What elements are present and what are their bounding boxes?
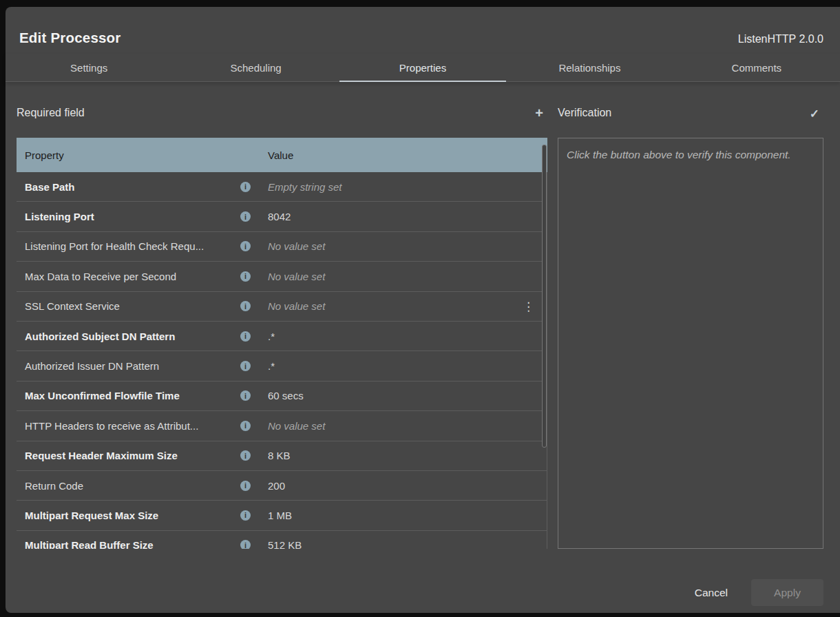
info-icon[interactable]: i [240, 301, 251, 311]
info-icon[interactable]: i [240, 390, 251, 401]
column-header-property[interactable]: Property [17, 149, 260, 161]
property-value[interactable]: 8 KB [260, 450, 547, 461]
property-name: Request Header Maximum Size [17, 450, 240, 461]
info-icon[interactable]: i [240, 331, 251, 342]
property-value[interactable]: Empty string set [260, 181, 547, 193]
info-cell: i [240, 241, 260, 251]
tab-settings[interactable]: Settings [6, 54, 172, 81]
tab-relationships[interactable]: Relationships [506, 54, 673, 81]
property-name: Base Path [17, 181, 240, 193]
info-cell: i [240, 481, 260, 491]
property-value[interactable]: No value set [260, 240, 547, 252]
column-header-value[interactable]: Value [260, 149, 547, 161]
property-value[interactable]: No value set [260, 300, 547, 312]
row-menu-icon[interactable]: ⋮ [523, 300, 534, 312]
property-value[interactable]: .* [260, 360, 547, 372]
table-row[interactable]: Request Header Maximum Sizei8 KB [17, 441, 547, 471]
property-name: Listening Port [17, 211, 240, 222]
info-cell: i [240, 361, 260, 371]
dialog-footer: Cancel Apply [688, 579, 823, 606]
property-name: Multipart Read Buffer Size [17, 539, 240, 549]
info-cell: i [240, 540, 260, 549]
property-value[interactable]: No value set [260, 420, 547, 432]
info-icon[interactable]: i [240, 361, 251, 371]
add-property-button[interactable]: + [531, 106, 547, 120]
info-cell: i [240, 301, 260, 311]
cancel-button[interactable]: Cancel [688, 587, 735, 599]
property-value[interactable]: 512 KB [260, 539, 547, 549]
tab-properties[interactable]: Properties [339, 54, 506, 81]
table-row[interactable]: Listening Porti8042 [17, 202, 547, 231]
tab-bar: SettingsSchedulingPropertiesRelationship… [6, 54, 840, 82]
table-scrollbar[interactable] [542, 145, 547, 448]
property-value[interactable]: 8042 [260, 211, 547, 222]
property-value[interactable]: 200 [260, 480, 547, 492]
property-name: Authorized Subject DN Pattern [17, 331, 240, 342]
info-icon[interactable]: i [240, 182, 251, 192]
property-name: Max Unconfirmed Flowfile Time [17, 390, 240, 401]
verification-label: Verification [558, 107, 611, 119]
table-row[interactable]: Listening Port for Health Check Requ...i… [17, 232, 547, 262]
table-row[interactable]: Authorized Subject DN Patterni.* [17, 322, 547, 351]
table-row[interactable]: Max Data to Receive per SecondiNo value … [17, 262, 547, 291]
verification-message: Click the button above to verify this co… [567, 147, 794, 163]
processor-version: ListenHTTP 2.0.0 [738, 33, 823, 45]
required-field-label: Required field [17, 107, 85, 119]
info-icon[interactable]: i [240, 481, 251, 491]
properties-table-body: Base PathiEmpty string setListening Port… [17, 172, 547, 549]
tab-scheduling[interactable]: Scheduling [172, 54, 339, 81]
check-icon: ✓ [810, 107, 819, 121]
table-row[interactable]: HTTP Headers to receive as Attribut...iN… [17, 411, 547, 441]
info-cell: i [240, 211, 260, 222]
property-name: Return Code [17, 480, 240, 492]
verification-panel: Click the button above to verify this co… [558, 138, 823, 549]
property-value[interactable]: .* [260, 331, 547, 342]
table-row[interactable]: Base PathiEmpty string set [17, 172, 547, 202]
property-name: Listening Port for Health Check Requ... [17, 240, 240, 252]
info-icon[interactable]: i [240, 421, 251, 431]
info-cell: i [240, 271, 260, 282]
info-cell: i [240, 450, 260, 461]
property-name: Authorized Issuer DN Pattern [17, 360, 240, 372]
property-value[interactable]: No value set [260, 271, 547, 282]
edit-processor-dialog: Edit Processor ListenHTTP 2.0.0 Settings… [6, 7, 840, 613]
property-name: HTTP Headers to receive as Attribut... [17, 420, 240, 432]
info-icon[interactable]: i [240, 450, 251, 461]
info-icon[interactable]: i [240, 241, 251, 251]
property-name: Multipart Request Max Size [17, 510, 240, 521]
table-row[interactable]: Return Codei200 [17, 471, 547, 501]
table-header: Property Value [17, 138, 547, 172]
table-row[interactable]: Max Unconfirmed Flowfile Timei60 secs [17, 381, 547, 411]
info-icon[interactable]: i [240, 540, 251, 549]
info-icon[interactable]: i [240, 510, 251, 521]
info-cell: i [240, 182, 260, 192]
properties-table: Property Value Base PathiEmpty string se… [17, 138, 547, 549]
tab-comments[interactable]: Comments [673, 54, 840, 81]
verify-button[interactable]: ✓ [806, 106, 823, 120]
property-value[interactable]: 60 secs [260, 390, 547, 401]
info-cell: i [240, 331, 260, 342]
property-name: Max Data to Receive per Second [17, 271, 240, 282]
info-icon[interactable]: i [240, 211, 251, 222]
dialog-title: Edit Processor [19, 30, 121, 46]
info-cell: i [240, 510, 260, 521]
table-row[interactable]: Authorized Issuer DN Patterni.* [17, 351, 547, 381]
info-icon[interactable]: i [240, 271, 251, 282]
table-row[interactable]: Multipart Request Max Sizei1 MB [17, 501, 547, 530]
property-name: SSL Context Service [17, 300, 240, 312]
info-cell: i [240, 390, 260, 401]
property-value[interactable]: 1 MB [260, 510, 547, 521]
info-cell: i [240, 421, 260, 431]
table-row[interactable]: Multipart Read Buffer Sizei512 KB [17, 531, 547, 549]
plus-icon: + [535, 105, 543, 121]
table-row[interactable]: SSL Context ServiceiNo value set⋮ [17, 292, 547, 322]
apply-button[interactable]: Apply [751, 579, 823, 606]
